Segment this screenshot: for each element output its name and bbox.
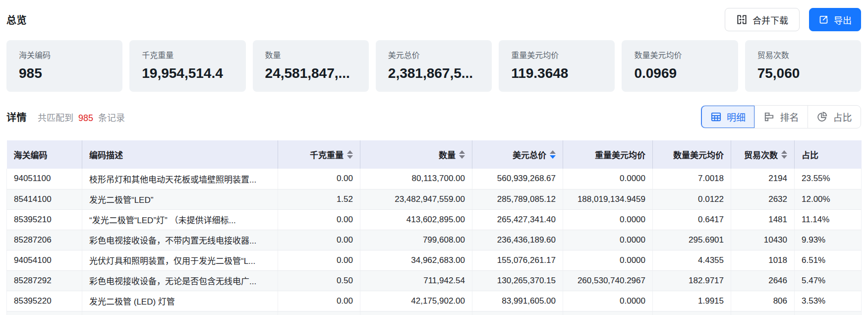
column-header-重量美元均价: 重量美元均价 [563, 140, 653, 169]
view-tab-label: 明细 [727, 110, 746, 124]
sort-caret-up-icon [550, 150, 556, 154]
cell-0-6: 7.0018 [653, 169, 731, 189]
stat-card-6: 贸易次数75,060 [745, 40, 861, 92]
cell-3-3: 799,608.00 [360, 230, 472, 250]
cell-2-6: 0.6417 [653, 209, 731, 230]
cell-7-3 [360, 311, 472, 315]
merge-cells-icon [736, 14, 748, 25]
stat-label: 贸易次数 [757, 52, 849, 60]
cell-0-0: 94051100 [7, 169, 82, 189]
cell-3-1: 彩色电视接收设备，不带内置无线电接收器... [82, 230, 278, 250]
cell-3-2: 0.00 [278, 230, 360, 250]
cell-2-0: 85395210 [7, 209, 82, 230]
cell-3-4: 236,436,189.60 [472, 230, 563, 250]
table-row-4: 94054100光伏灯具和照明装置，仅用于发光二极管“L...0.0034,96… [7, 250, 862, 270]
sort-caret-up-icon [459, 150, 465, 154]
cell-6-0: 85395220 [7, 291, 82, 311]
topbar-actions: 合并下载 导出 [725, 8, 861, 31]
sort-carets-icon[interactable] [459, 150, 465, 159]
cell-6-2: 0.00 [278, 291, 360, 311]
cell-6-3: 42,175,902.00 [360, 291, 472, 311]
stat-value: 75,060 [757, 66, 849, 81]
column-header-海关编码: 海关编码 [7, 140, 82, 169]
stat-label: 美元总价 [388, 52, 480, 60]
sort-carets-icon[interactable] [550, 150, 556, 159]
export-label: 导出 [834, 13, 852, 26]
table-row-1: 85414100发光二极管“LED”1.5223,482,947,559.002… [7, 189, 862, 209]
cell-4-4: 155,076,261.17 [472, 250, 563, 270]
cell-1-5: 188,019,134.9459 [563, 189, 653, 209]
column-header-美元总价[interactable]: 美元总价 [472, 140, 563, 169]
column-header-占比: 占比 [795, 140, 862, 169]
merge-download-button[interactable]: 合并下载 [725, 8, 800, 31]
match-count: 985 [78, 113, 93, 123]
view-tab-明细[interactable]: 明细 [701, 106, 754, 128]
view-tab-排名[interactable]: 排名 [754, 106, 808, 128]
table-body: 94051100枝形吊灯和其他电动天花板或墙壁照明装置...0.0080,113… [7, 169, 862, 315]
view-tab-占比[interactable]: 占比 [808, 106, 861, 128]
column-header-label: 数量 [439, 148, 456, 161]
sort-carets-icon[interactable] [347, 150, 353, 159]
cell-5-5: 260,530,740.2967 [563, 270, 653, 291]
cell-5-2: 0.50 [278, 270, 360, 291]
stat-label: 千克重量 [142, 52, 233, 60]
cell-5-1: 彩色电视接收设备，无论是否包含无线电广... [82, 270, 278, 291]
detail-left: 详情 共匹配到985条记录 [6, 110, 125, 124]
sort-carets-icon[interactable] [781, 150, 787, 159]
sort-caret-down-icon [459, 155, 465, 159]
stat-cards: 海关编码985千克重量19,954,514.4数量24,581,847,...美… [6, 40, 861, 92]
cell-4-0: 94054100 [7, 250, 82, 270]
cell-2-7: 1481 [731, 209, 795, 230]
page-title: 总览 [6, 12, 27, 27]
export-button[interactable]: 导出 [809, 8, 861, 31]
stat-card-4: 重量美元均价119.3648 [499, 40, 615, 92]
cell-6-6: 1.9915 [653, 291, 731, 311]
ranking-icon [763, 111, 775, 123]
cell-4-8: 6.51% [795, 250, 862, 270]
column-header-千克重量[interactable]: 千克重量 [278, 140, 360, 169]
stat-label: 数量 [265, 52, 357, 60]
stat-value: 0.0969 [634, 66, 726, 81]
cell-1-3: 23,482,947,559.00 [360, 189, 472, 209]
cell-5-7: 2646 [731, 270, 795, 291]
match-suffix: 条记录 [98, 113, 125, 123]
table-row-7 [7, 311, 862, 315]
cell-2-3: 413,602,895.00 [360, 209, 472, 230]
cell-0-3: 80,113,700.00 [360, 169, 472, 189]
column-header-label: 美元总价 [513, 148, 546, 161]
sort-caret-down-icon [347, 155, 353, 159]
table-row-0: 94051100枝形吊灯和其他电动天花板或墙壁照明装置...0.0080,113… [7, 169, 862, 189]
cell-7-2 [278, 311, 360, 315]
stat-label: 海关编码 [19, 52, 111, 60]
detail-title: 详情 [6, 110, 27, 124]
stat-card-5: 数量美元均价0.0969 [622, 40, 738, 92]
cell-4-3: 34,962,683.00 [360, 250, 472, 270]
cell-2-5: 0.0000 [563, 209, 653, 230]
stat-value: 24,581,847,... [265, 66, 357, 81]
cell-4-7: 1018 [731, 250, 795, 270]
cell-2-8: 11.14% [795, 209, 862, 230]
cell-3-0: 85287206 [7, 230, 82, 250]
cell-1-8: 12.00% [795, 189, 862, 209]
cell-4-1: 光伏灯具和照明装置，仅用于发光二极管“L... [82, 250, 278, 270]
column-header-label: 贸易次数 [744, 148, 778, 161]
cell-0-7: 2194 [731, 169, 795, 189]
cell-2-4: 265,427,341.40 [472, 209, 563, 230]
cell-0-5: 0.0000 [563, 169, 653, 189]
stat-card-2: 数量24,581,847,... [253, 40, 369, 92]
stat-value: 119.3648 [511, 66, 603, 81]
cell-6-4: 83,991,605.00 [472, 291, 563, 311]
cell-6-8: 3.53% [795, 291, 862, 311]
cell-6-7: 806 [731, 291, 795, 311]
column-header-数量[interactable]: 数量 [360, 140, 472, 169]
cell-7-1 [82, 311, 278, 315]
stat-card-3: 美元总价2,381,867,5... [376, 40, 492, 92]
cell-1-7: 2632 [731, 189, 795, 209]
column-header-贸易次数[interactable]: 贸易次数 [731, 140, 795, 169]
cell-1-2: 1.52 [278, 189, 360, 209]
cell-4-6: 4.4355 [653, 250, 731, 270]
cell-0-8: 23.55% [795, 169, 862, 189]
cell-7-8 [795, 311, 862, 315]
cell-4-5: 0.0000 [563, 250, 653, 270]
cell-7-5 [563, 311, 653, 315]
